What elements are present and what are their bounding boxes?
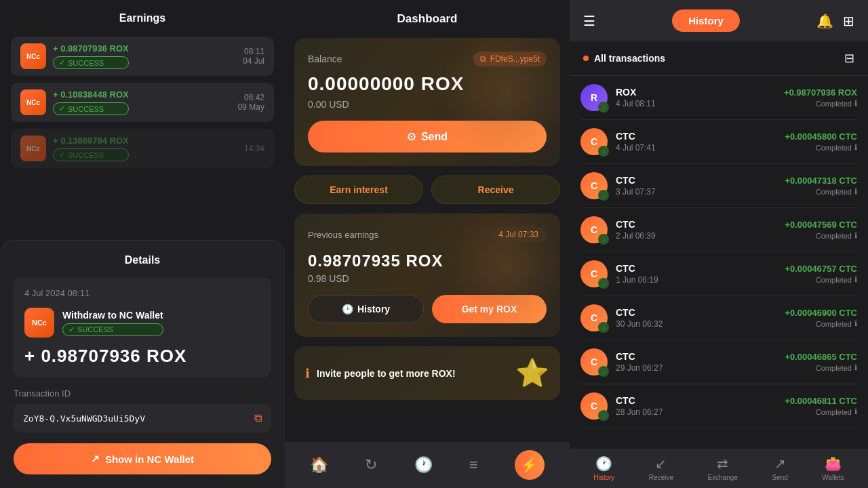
completed-label-6: Completed — [816, 364, 852, 372]
copy-icon[interactable]: ⧉ — [254, 412, 262, 424]
tx-status-3: Completed ℹ — [785, 231, 857, 240]
tx-status-6: Completed ℹ — [785, 363, 857, 372]
info-icon-7: ℹ — [854, 407, 857, 416]
info-icon-0: ℹ — [854, 99, 857, 108]
earnings-time-2: 06:42 09 May — [238, 93, 264, 112]
details-status: SUCCESS — [77, 325, 113, 333]
receive-button[interactable]: Receive — [431, 176, 560, 204]
withdraw-icon: NCc — [24, 308, 54, 338]
completed-label-4: Completed — [816, 276, 852, 284]
balance-usd: 0.00 USD — [308, 99, 547, 110]
tx-amount-3: +0.00047569 CTC — [785, 220, 857, 230]
tx-item-6[interactable]: C ↓ CTC 29 Jun 06:27 +0.00046865 CTC Com… — [580, 340, 857, 384]
earn-interest-button[interactable]: Earn interest — [294, 176, 423, 204]
nav-home[interactable]: 🏠 — [310, 456, 328, 474]
r-exchange-label: Exchange — [707, 474, 737, 481]
tx-status-4: Completed ℹ — [785, 275, 857, 284]
tx-date-1: 4 Jul 07:41 — [616, 143, 776, 152]
prev-earnings-top: Previous earnings 4 Jul 07:33 — [308, 227, 547, 242]
success-label-1: SUCCESS — [68, 59, 104, 67]
show-wallet-button[interactable]: ↗ Show in NC Wallet — [14, 443, 271, 474]
history-tab[interactable]: History — [672, 9, 740, 32]
info-icon-4: ℹ — [854, 275, 857, 284]
info-icon-6: ℹ — [854, 363, 857, 372]
check-icon-2: ✓ — [59, 104, 65, 113]
earnings-time-1: 08:11 04 Jul — [243, 47, 264, 66]
send-button[interactable]: ⊙ Send — [308, 121, 547, 152]
r-nav-history[interactable]: 🕐 History — [593, 455, 614, 481]
withdraw-title: Withdraw to NC Wallet — [62, 310, 163, 321]
action-buttons: Earn interest Receive — [294, 176, 560, 204]
tx-right-2: +0.00047318 CTC Completed ℹ — [785, 176, 857, 196]
nav-sync[interactable]: ↻ — [365, 456, 377, 474]
details-amount: + 0.98707936 ROX — [24, 346, 260, 367]
notification-icon[interactable]: 🔔 — [816, 13, 833, 29]
completed-label-7: Completed — [816, 408, 852, 416]
ctc-coin-icon-2: C ↓ — [580, 172, 608, 199]
prev-earnings-label: Previous earnings — [308, 230, 378, 240]
r-history-icon: 🕐 — [595, 455, 612, 472]
tx-item-5[interactable]: C ↓ CTC 30 Jun 06:32 +0.00046900 CTC Com… — [580, 296, 857, 340]
tx-item-3[interactable]: C ↓ CTC 2 Jul 06:39 +0.00047569 CTC Comp… — [580, 208, 857, 252]
rox-coin-icon: R ↓ — [580, 84, 608, 111]
r-nav-send[interactable]: ↗ Send — [772, 455, 787, 481]
r-nav-wallets[interactable]: 👛 Wallets — [822, 455, 844, 481]
tx-item-4[interactable]: C ↓ CTC 1 Jun 06:19 +0.00046757 CTC Comp… — [580, 252, 857, 296]
tx-amount-7: +0.00046811 CTC — [785, 396, 857, 406]
hamburger-icon[interactable]: ☰ — [583, 13, 595, 29]
tx-item-1[interactable]: C ↓ CTC 4 Jul 07:41 +0.00045800 CTC Comp… — [580, 120, 857, 164]
tx-date-2: 3 Jul 07:37 — [616, 187, 776, 197]
ctc-coin-icon-5: C ↓ — [580, 304, 608, 331]
nav-menu[interactable]: ≡ — [469, 456, 478, 474]
earnings-detail-2: + 0.10838448 ROX ✓ SUCCESS — [53, 89, 129, 115]
earnings-item-2[interactable]: NCc + 0.10838448 ROX ✓ SUCCESS 06:42 09 … — [11, 83, 274, 122]
invite-banner[interactable]: ℹ Invite people to get more ROX! ⭐ — [294, 346, 560, 400]
tx-name-7: CTC — [616, 395, 776, 406]
bottom-nav: 🏠 ↻ 🕐 ≡ ⚡ — [285, 442, 570, 488]
ctc-coin-icon-3: C ↓ — [580, 216, 608, 243]
r-nav-exchange[interactable]: ⇄ Exchange — [707, 455, 737, 481]
tx-item-7[interactable]: C ↓ CTC 28 Jun 06:27 +0.00046811 CTC Com… — [580, 384, 857, 428]
earnings-item-1[interactable]: NCc + 0.98707936 ROX ✓ SUCCESS 08:11 04 … — [11, 37, 274, 76]
balance-amount: 0.00000000 ROX — [308, 73, 547, 95]
r-nav-receive[interactable]: ↙ Receive — [649, 455, 673, 481]
earnings-item-3[interactable]: NCc + 0.13869794 ROX ✓ SUCCESS 14:34 — [11, 129, 274, 168]
earnings-item-left-3: NCc + 0.13869794 ROX ✓ SUCCESS — [20, 136, 129, 161]
down-arrow-icon-2: ↓ — [598, 190, 609, 201]
earnings-detail-3: + 0.13869794 ROX ✓ SUCCESS — [53, 136, 129, 161]
tx-info-5: CTC 30 Jun 06:32 — [616, 307, 776, 329]
dashboard-title: Dashboard — [285, 0, 570, 38]
filter-icon[interactable]: ⊟ — [844, 51, 854, 66]
down-arrow-icon-5: ↓ — [598, 322, 609, 333]
completed-label-3: Completed — [816, 232, 852, 240]
tx-amount-2: +0.00047318 CTC — [785, 176, 857, 186]
tx-name-5: CTC — [616, 307, 776, 318]
menu-nav-icon: ≡ — [469, 456, 478, 474]
details-check-icon: ✓ — [68, 325, 75, 334]
tx-status-2: Completed ℹ — [785, 187, 857, 196]
nav-history[interactable]: 🕐 — [414, 456, 433, 474]
nav-boost[interactable]: ⚡ — [515, 450, 545, 480]
info-icon-5: ℹ — [854, 319, 857, 328]
success-badge-2: ✓ SUCCESS — [53, 102, 129, 115]
info-icon-1: ℹ — [854, 143, 857, 152]
success-label-3: SUCCESS — [68, 151, 104, 159]
completed-label-1: Completed — [816, 144, 852, 152]
details-card: 4 Jul 2024 08:11 NCc Withdraw to NC Wall… — [14, 277, 271, 378]
tx-name-4: CTC — [616, 263, 776, 274]
clock-icon: 🕐 — [342, 304, 353, 314]
tx-name-6: CTC — [616, 351, 776, 362]
balance-top: Balance ⧉ FDfeS...ype5t — [308, 52, 547, 66]
tx-item-2[interactable]: C ↓ CTC 3 Jul 07:37 +0.00047318 CTC Comp… — [580, 164, 857, 208]
wallet-address[interactable]: ⧉ FDfeS...ype5t — [473, 52, 547, 66]
earnings-item-left-2: NCc + 0.10838448 ROX ✓ SUCCESS — [20, 89, 129, 115]
tx-amount-1: +0.00045800 CTC — [785, 131, 857, 142]
qr-icon[interactable]: ⊞ — [843, 13, 854, 29]
tx-item-0[interactable]: R ↓ ROX 4 Jul 08:11 +0.98707936 ROX Comp… — [580, 76, 857, 120]
down-arrow-icon-4: ↓ — [598, 278, 609, 289]
history-button[interactable]: 🕐 History — [308, 295, 424, 323]
tx-amount-0: +0.98707936 ROX — [784, 87, 857, 98]
balance-card: Balance ⧉ FDfeS...ype5t 0.00000000 ROX 0… — [294, 38, 560, 166]
earnings-date-badge: 4 Jul 07:33 — [490, 227, 547, 242]
get-rox-button[interactable]: Get my ROX — [432, 295, 547, 323]
